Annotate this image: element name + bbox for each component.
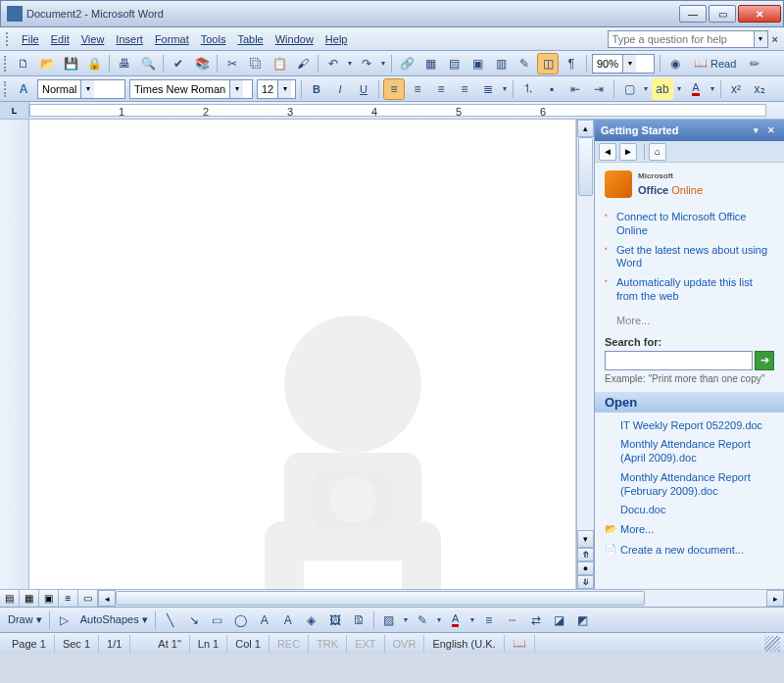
highlight-icon[interactable]: ab [652,78,673,100]
scroll-down-button[interactable]: ▾ [577,530,594,548]
create-new-document[interactable]: Create a new document... [605,538,774,559]
open-icon[interactable]: 📂 [36,53,58,74]
columns-icon[interactable]: ▥ [490,53,512,74]
vertical-ruler[interactable] [0,120,29,589]
select-browse-object-button[interactable]: ● [577,561,594,575]
task-pane-home-icon[interactable]: ⌂ [649,143,666,161]
font-color-dropdown[interactable]: ▾ [708,84,717,93]
permission-icon[interactable]: 🔒 [83,53,105,74]
status-language[interactable]: English (U.K. [424,635,504,653]
select-objects-icon[interactable]: ▷ [54,610,75,631]
arrow-style-icon[interactable]: ⇄ [525,610,547,631]
drawing-icon[interactable]: ✎ [514,53,535,74]
help-search-input[interactable] [608,30,755,48]
outline-view-icon[interactable]: ≡ [59,590,78,607]
research-icon[interactable]: 📚 [191,53,213,74]
format-painter-icon[interactable]: 🖌 [292,53,314,74]
picture-icon[interactable]: 🖻 [348,610,369,631]
horizontal-scrollbar[interactable]: ◂ ▸ [98,590,784,607]
normal-view-icon[interactable]: ▤ [0,590,20,607]
decrease-indent-icon[interactable]: ⇤ [564,78,586,100]
bold-button[interactable]: B [306,78,327,100]
menu-help[interactable]: Help [319,30,354,48]
arrow-icon[interactable]: ↘ [183,610,205,631]
recent-file[interactable]: Monthly Attendance Report (February 2009… [605,468,774,502]
task-pane-close-icon[interactable]: ✕ [764,123,778,137]
zoom-combo[interactable]: 90%▾ [592,54,655,73]
draw-menu[interactable]: Draw ▾ [4,613,46,626]
help-search-close-icon[interactable]: × [772,33,778,45]
web-layout-view-icon[interactable]: ▦ [20,590,39,607]
copy-icon[interactable]: ⿻ [245,53,267,74]
font-size-combo[interactable]: 12▾ [257,79,296,99]
horizontal-ruler[interactable]: 123 456 [29,104,766,117]
font-color-icon[interactable]: A [685,78,707,100]
font-color-icon[interactable]: A [445,610,466,631]
scroll-left-button[interactable]: ◂ [98,590,116,607]
font-combo[interactable]: Times New Roman▾ [129,79,253,99]
undo-icon[interactable]: ↶ [322,53,344,74]
status-spellcheck-icon[interactable]: 📖 [505,635,535,653]
menu-view[interactable]: View [75,30,111,48]
status-ext[interactable]: EXT [347,635,384,653]
borders-icon[interactable]: ▢ [618,78,640,100]
help-search-dropdown[interactable]: ▾ [755,30,768,48]
3d-icon[interactable]: ◩ [572,610,594,631]
hscroll-thumb[interactable] [116,591,645,606]
scroll-right-button[interactable]: ▸ [766,590,784,607]
menu-format[interactable]: Format [149,30,195,48]
clipart-icon[interactable]: 🖼 [324,610,346,631]
help-icon[interactable]: ◉ [664,53,686,74]
redo-dropdown[interactable]: ▾ [378,59,388,68]
print-preview-icon[interactable]: 🔍 [137,53,159,74]
line-icon[interactable]: ╲ [160,610,181,631]
link-auto-update[interactable]: Automatically update this list from the … [605,273,774,307]
scroll-thumb[interactable] [578,137,593,196]
redo-icon[interactable]: ↷ [356,53,377,74]
spellcheck-icon[interactable]: ✔ [168,53,189,74]
menu-tools[interactable]: Tools [195,30,232,48]
recent-file[interactable]: IT Weekly Report 052209.doc [605,416,774,436]
dash-style-icon[interactable]: ┄ [502,610,523,631]
maximize-button[interactable]: ▭ [709,5,736,23]
fill-color-dropdown[interactable]: ▾ [401,615,411,624]
toolbar-handle[interactable] [4,56,8,72]
rectangle-icon[interactable]: ▭ [207,610,228,631]
tables-borders-icon[interactable]: ▦ [419,53,441,74]
paste-icon[interactable]: 📋 [269,53,290,74]
line-color-icon[interactable]: ✎ [412,610,433,631]
read-button[interactable]: 📖 Read [687,53,743,74]
italic-button[interactable]: I [329,78,351,100]
insert-table-icon[interactable]: ▤ [443,53,465,74]
menu-file[interactable]: File [16,30,45,48]
print-layout-view-icon[interactable]: ▣ [39,590,59,607]
status-ovr[interactable]: OVR [385,635,425,653]
borders-dropdown[interactable]: ▾ [641,84,651,93]
highlight-dropdown[interactable]: ▾ [674,84,684,93]
vertical-scrollbar[interactable]: ▴ ▾ ⤊ ● ⤋ [576,120,594,589]
next-page-button[interactable]: ⤋ [577,575,594,589]
line-spacing-icon[interactable]: ≣ [477,78,499,100]
status-rec[interactable]: REC [270,635,309,653]
save-icon[interactable]: 💾 [60,53,81,74]
task-pane-back-icon[interactable]: ◄ [599,143,616,161]
resize-grip-icon[interactable] [764,636,780,652]
search-go-button[interactable]: ➔ [755,351,774,370]
shadow-icon[interactable]: ◪ [549,610,570,631]
textbox-icon[interactable]: A [254,610,275,631]
wordart-icon[interactable]: A [277,610,299,631]
line-style-icon[interactable]: ≡ [478,610,500,631]
cut-icon[interactable]: ✂ [221,53,243,74]
superscript-icon[interactable]: x² [725,78,747,100]
align-left-icon[interactable]: ≡ [383,78,405,100]
hyperlink-icon[interactable]: 🔗 [396,53,417,74]
recent-file[interactable]: Monthly Attendance Report (April 2009).d… [605,435,774,468]
previous-page-button[interactable]: ⤊ [577,548,594,561]
bullets-icon[interactable]: ▪ [541,78,563,100]
show-hide-icon[interactable]: ¶ [561,53,582,74]
menu-window[interactable]: Window [270,30,319,48]
autoshapes-menu[interactable]: AutoShapes ▾ [76,613,152,626]
draw-font-color-dropdown[interactable]: ▾ [467,615,477,624]
fill-color-icon[interactable]: ▨ [378,610,400,631]
menu-edit[interactable]: Edit [45,30,75,48]
